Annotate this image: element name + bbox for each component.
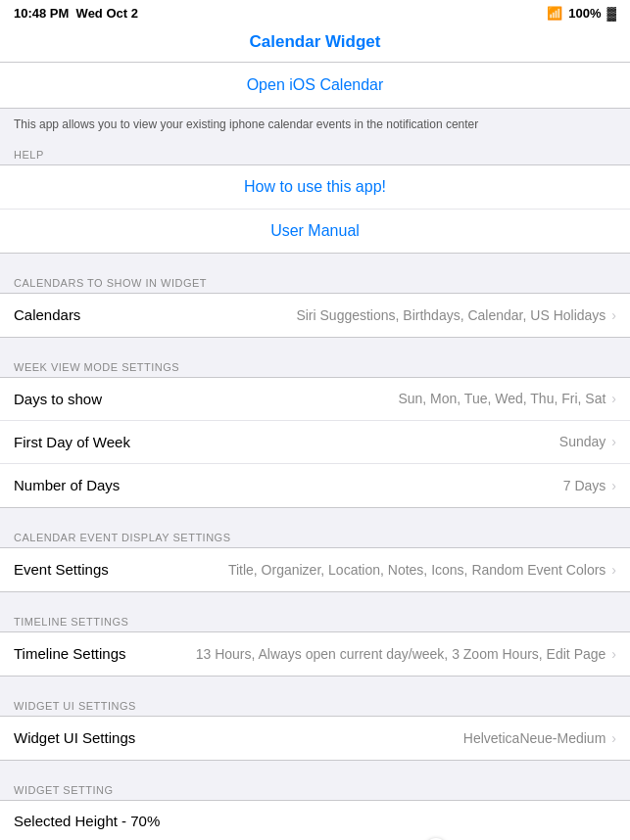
widget-ui-group: Widget UI Settings HelveticaNeue-Medium … <box>0 716 630 761</box>
calendars-row[interactable]: Calendars Siri Suggestions, Birthdays, C… <box>0 294 630 337</box>
selected-height-label: Selected Height - 70% <box>14 813 616 829</box>
event-display-section-header: CALENDAR EVENT DISPLAY SETTINGS <box>0 526 630 547</box>
spacer-1 <box>0 254 630 271</box>
week-view-section-header: WEEK VIEW MODE SETTINGS <box>0 355 630 377</box>
event-settings-row[interactable]: Event Settings Title, Organizer, Locatio… <box>0 548 630 591</box>
timeline-section-header: TIMELINE SETTINGS <box>0 610 630 631</box>
spacer-6 <box>0 761 630 778</box>
battery-label: 100% <box>568 6 601 21</box>
chevron-icon: › <box>611 646 616 662</box>
widget-ui-section-header: WIDGET UI SETTINGS <box>0 694 630 716</box>
event-display-group: Event Settings Title, Organizer, Locatio… <box>0 547 630 592</box>
spacer-5 <box>0 677 630 694</box>
days-to-show-row[interactable]: Days to show Sun, Mon, Tue, Wed, Thu, Fr… <box>0 378 630 421</box>
nav-title: Calendar Widget <box>0 24 630 63</box>
timeline-settings-row[interactable]: Timeline Settings 13 Hours, Always open … <box>0 632 630 676</box>
battery-icon: ▓ <box>607 6 616 21</box>
help-section-header: HELP <box>0 143 630 164</box>
widget-setting-section-header: WIDGET SETTING <box>0 778 630 800</box>
week-view-group: Days to show Sun, Mon, Tue, Wed, Thu, Fr… <box>0 377 630 508</box>
timeline-group: Timeline Settings 13 Hours, Always open … <box>0 631 630 677</box>
wifi-icon: 📶 <box>547 6 562 21</box>
spacer-3 <box>0 508 630 526</box>
chevron-icon: › <box>611 562 616 578</box>
widget-ui-settings-row[interactable]: Widget UI Settings HelveticaNeue-Medium … <box>0 717 630 760</box>
description-text: This app allows you to view your existin… <box>0 109 630 143</box>
spacer-2 <box>0 338 630 355</box>
chevron-icon: › <box>611 391 616 406</box>
number-of-days-row[interactable]: Number of Days 7 Days › <box>0 464 630 507</box>
status-time-date: 10:48 PM Wed Oct 2 <box>14 6 138 21</box>
widget-setting-group: Selected Height - 70% <box>0 800 630 840</box>
chevron-icon: › <box>611 478 616 493</box>
calendars-group: Calendars Siri Suggestions, Birthdays, C… <box>0 293 630 338</box>
open-ios-calendar-button[interactable]: Open iOS Calendar <box>0 63 630 109</box>
how-to-button[interactable]: How to use this app! <box>0 165 630 210</box>
user-manual-button[interactable]: User Manual <box>0 210 630 253</box>
chevron-icon: › <box>611 434 616 449</box>
chevron-icon: › <box>611 730 616 746</box>
help-group: How to use this app! User Manual <box>0 164 630 254</box>
status-bar: 10:48 PM Wed Oct 2 📶 100% ▓ <box>0 0 630 24</box>
spacer-4 <box>0 592 630 610</box>
status-right-icons: 📶 100% ▓ <box>547 6 616 21</box>
first-day-of-week-row[interactable]: First Day of Week Sunday › <box>0 421 630 464</box>
chevron-icon: › <box>611 307 616 323</box>
calendars-section-header: CALENDARS TO SHOW IN WIDGET <box>0 271 630 293</box>
